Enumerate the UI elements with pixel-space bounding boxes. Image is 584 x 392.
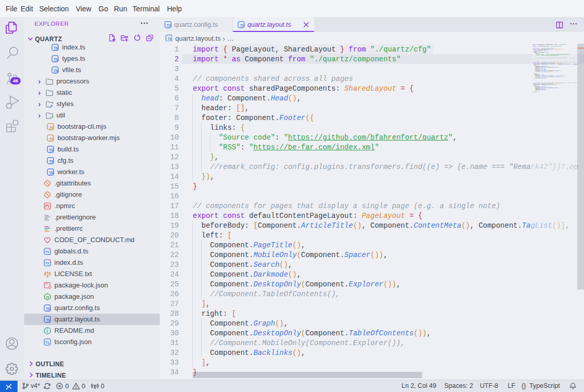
- svg-text:JS: JS: [49, 137, 54, 141]
- svg-text:TS: TS: [45, 250, 49, 253]
- svg-text:TS: TS: [168, 37, 172, 41]
- svg-text:TS: TS: [46, 307, 51, 311]
- svg-text:JS: JS: [49, 126, 54, 129]
- svg-text:TS: TS: [49, 148, 54, 152]
- svg-text:TS: TS: [46, 318, 51, 322]
- svg-text:TS: TS: [166, 24, 171, 27]
- svg-text:TS: TS: [54, 69, 58, 73]
- svg-text:TS: TS: [240, 24, 244, 27]
- svg-text:TS: TS: [49, 160, 54, 163]
- svg-text:TS: TS: [45, 262, 49, 265]
- svg-text:TS: TS: [49, 171, 54, 175]
- svg-text:JS: JS: [46, 296, 49, 299]
- svg-text:TS: TS: [54, 46, 58, 50]
- svg-text:TS: TS: [54, 58, 58, 61]
